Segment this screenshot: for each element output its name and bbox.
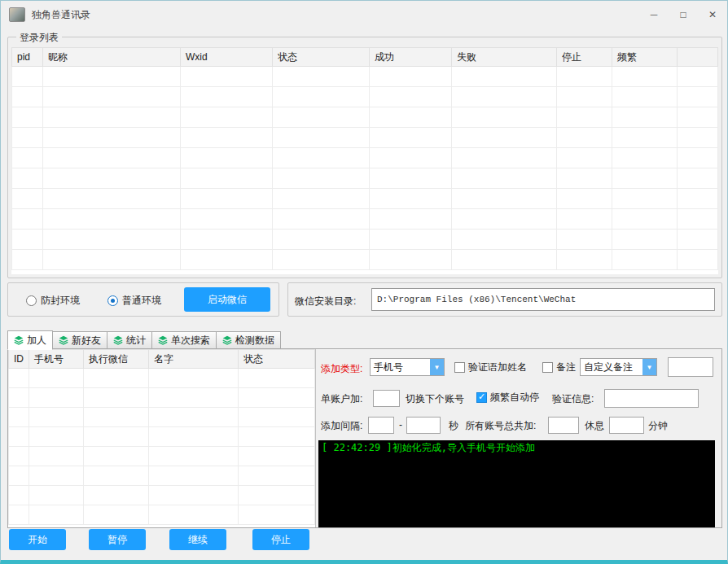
- table-row[interactable]: [12, 168, 718, 189]
- column-header-fail: 失败: [452, 48, 557, 67]
- table-row[interactable]: [9, 369, 315, 388]
- column-header-frequent: 频繁: [612, 48, 678, 67]
- close-button[interactable]: ✕: [698, 1, 727, 28]
- remark-mode-value: 自定义备注: [584, 361, 633, 374]
- table-row[interactable]: [12, 230, 718, 250]
- auto-stop-label: 频繁自动停: [490, 391, 539, 404]
- install-dir-input[interactable]: [371, 288, 715, 311]
- tab-label: 统计: [126, 334, 146, 348]
- table-row[interactable]: [9, 408, 315, 427]
- radio-circle-icon: [107, 295, 118, 306]
- remark-label: 备注: [556, 361, 576, 374]
- radio-normal-env[interactable]: 普通环境: [107, 294, 161, 308]
- column-header-stop: 停止: [557, 48, 612, 67]
- tab-detect-data[interactable]: 检测数据: [217, 331, 281, 349]
- chevron-down-icon[interactable]: ▼: [642, 359, 656, 375]
- maximize-button[interactable]: □: [669, 1, 698, 28]
- checkbox-icon: [542, 362, 553, 373]
- start-button[interactable]: 开始: [9, 529, 66, 550]
- tab-label: 加人: [27, 334, 46, 348]
- verify-msg-input[interactable]: [604, 389, 699, 408]
- table-row[interactable]: [12, 250, 718, 270]
- table-row[interactable]: [12, 107, 718, 128]
- add-type-label: 添加类型:: [321, 362, 362, 376]
- chevron-down-icon[interactable]: ▼: [430, 359, 444, 375]
- login-list-title: 登录列表: [16, 31, 62, 45]
- verify-with-name-checkbox[interactable]: 验证语加姓名: [454, 361, 527, 374]
- table-row[interactable]: [12, 148, 718, 168]
- rest-label: 休息: [585, 419, 604, 433]
- custom-remark-input[interactable]: [668, 357, 713, 377]
- app-logo-icon: [9, 7, 25, 22]
- radio-anti-ban-env[interactable]: 防封环境: [26, 294, 80, 308]
- tab-add-people[interactable]: 加人: [7, 330, 53, 350]
- column-header-id: ID: [9, 350, 29, 369]
- table-row[interactable]: [12, 67, 718, 87]
- tab-statistics[interactable]: 统计: [107, 331, 152, 349]
- seconds-label: 秒: [449, 419, 458, 433]
- column-header-pid: pid: [12, 48, 43, 67]
- table-row[interactable]: [12, 209, 718, 230]
- pause-button[interactable]: 暂停: [89, 529, 146, 550]
- phone-table[interactable]: ID 手机号 执行微信 名字 状态: [8, 349, 315, 525]
- interval-to-input[interactable]: [406, 417, 441, 434]
- column-header-filler: [678, 48, 718, 67]
- install-dir-label: 微信安装目录:: [295, 295, 356, 308]
- phone-table-body: [9, 369, 315, 525]
- layers-icon: [14, 335, 24, 345]
- rest-input[interactable]: [609, 417, 644, 434]
- add-type-select[interactable]: 手机号 ▼: [370, 358, 445, 376]
- add-people-form: 添加类型: 手机号 ▼ 验证语加姓名 备注 自定义备注 ▼ 单账户加: 切换下个…: [316, 349, 721, 527]
- layers-icon: [113, 335, 123, 345]
- login-table-wrap: pid 昵称 Wxid 状态 成功 失败 停止 频繁: [11, 47, 718, 274]
- login-table[interactable]: pid 昵称 Wxid 状态 成功 失败 停止 频繁: [11, 47, 718, 270]
- verify-msg-label: 验证信息:: [552, 392, 594, 406]
- minimize-button[interactable]: ─: [639, 1, 669, 28]
- per-account-input[interactable]: [373, 390, 400, 407]
- checkbox-checked-icon: ✓: [476, 392, 487, 403]
- interval-from-input[interactable]: [368, 417, 394, 434]
- table-row[interactable]: [9, 505, 315, 525]
- resume-button[interactable]: 继续: [169, 529, 226, 550]
- install-dir-box: 微信安装目录:: [287, 282, 722, 317]
- console-line: [ 22:42:29 ]初始化完成,导入手机号开始添加: [322, 442, 712, 454]
- column-header-phone: 手机号: [29, 350, 84, 369]
- radio-normal-label: 普通环境: [122, 294, 161, 308]
- column-header-nickname: 昵称: [43, 48, 181, 67]
- radio-anti-ban-label: 防封环境: [41, 294, 80, 308]
- table-row[interactable]: [9, 447, 315, 466]
- table-row[interactable]: [9, 427, 315, 447]
- action-bar: 开始 暂停 继续 停止: [1, 528, 727, 554]
- tab-label: 检测数据: [235, 334, 274, 348]
- tab-new-friends[interactable]: 新好友: [53, 331, 107, 349]
- checkbox-icon: [454, 362, 465, 373]
- login-table-header: pid 昵称 Wxid 状态 成功 失败 停止 频繁: [12, 48, 718, 67]
- table-row[interactable]: [12, 128, 718, 148]
- table-row[interactable]: [9, 486, 315, 505]
- add-type-value: 手机号: [374, 361, 403, 374]
- login-list-group: 登录列表 pid 昵称 Wxid 状态 成功 失败 停止 频繁: [7, 37, 722, 278]
- titlebar: 独角兽通讯录 ─ □ ✕: [1, 1, 727, 28]
- switch-account-label: 切换下个账号: [406, 392, 464, 406]
- column-header-wxid: Wxid: [181, 48, 273, 67]
- total-input[interactable]: [548, 417, 579, 434]
- column-header-success: 成功: [370, 48, 452, 67]
- stop-button[interactable]: 停止: [252, 529, 309, 550]
- window-title: 独角兽通讯录: [32, 8, 90, 22]
- column-header-status: 状态: [273, 48, 370, 67]
- table-row[interactable]: [9, 466, 315, 486]
- verify-with-name-label: 验证语加姓名: [468, 361, 527, 374]
- table-row[interactable]: [9, 388, 315, 408]
- table-row[interactable]: [12, 189, 718, 209]
- column-header-exec-wechat: 执行微信: [84, 350, 149, 369]
- tab-single-search[interactable]: 单次搜索: [152, 331, 217, 349]
- remark-checkbox[interactable]: 备注: [542, 361, 576, 374]
- table-row[interactable]: [12, 87, 718, 107]
- total-label: 所有账号总共加:: [465, 419, 536, 433]
- tab-label: 新好友: [72, 334, 101, 348]
- auto-stop-checkbox[interactable]: ✓ 频繁自动停: [476, 391, 539, 404]
- start-wechat-button[interactable]: 启动微信: [184, 287, 270, 312]
- remark-mode-select[interactable]: 自定义备注 ▼: [580, 358, 657, 376]
- interval-label: 添加间隔:: [321, 419, 362, 433]
- minutes-label: 分钟: [648, 419, 668, 433]
